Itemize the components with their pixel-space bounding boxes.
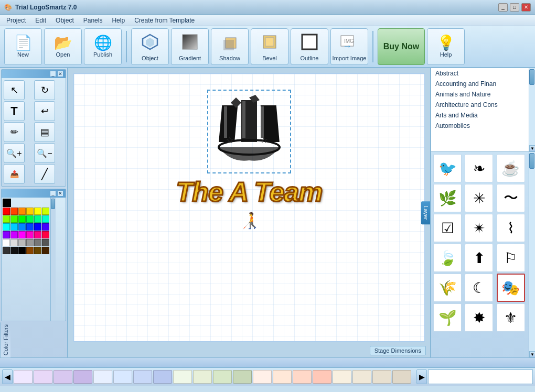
color-swatch[interactable] <box>34 239 41 246</box>
symbol-cell-16[interactable]: ✸ <box>465 303 493 332</box>
select-tool[interactable]: ↖ <box>4 80 25 100</box>
symbol-cell-12[interactable]: 🌾 <box>433 274 462 302</box>
import-image-button[interactable]: →IMG Import Image <box>330 28 368 65</box>
symbol-scrollbar[interactable]: ▼ <box>529 152 535 357</box>
help-button[interactable]: 💡 Help <box>427 28 465 65</box>
category-item-2[interactable]: Animals and Nature <box>431 89 535 100</box>
color-swatch[interactable] <box>3 208 10 215</box>
color-swatch[interactable] <box>26 208 34 215</box>
publish-button[interactable]: 🌐 Publish <box>84 28 122 65</box>
tools-panel-close[interactable]: ✕ <box>57 71 63 77</box>
color-swatch[interactable] <box>10 231 18 238</box>
line-tool[interactable]: ╱ <box>34 164 55 184</box>
bottom-palette-swatch[interactable] <box>173 370 192 384</box>
bottom-palette-swatch[interactable] <box>233 370 252 384</box>
color-swatch[interactable] <box>18 231 26 238</box>
draw-tool[interactable]: ✏ <box>4 122 25 142</box>
logo-main-text[interactable]: The A Team <box>176 176 323 208</box>
bottom-palette-swatch[interactable] <box>293 370 312 384</box>
color-swatch[interactable] <box>34 223 41 231</box>
category-item-4[interactable]: Arts and Media <box>431 110 535 121</box>
symbol-cell-15[interactable]: 🌱 <box>433 303 462 332</box>
object-button[interactable]: Object <box>131 28 169 65</box>
palette-right-arrow[interactable]: ▶ <box>416 369 427 384</box>
color-swatch[interactable] <box>3 239 10 246</box>
symbol-cell-4[interactable]: ✳ <box>465 184 493 212</box>
color-swatch[interactable] <box>10 208 18 215</box>
color-swatch[interactable] <box>42 239 49 246</box>
category-scrollbar[interactable]: ▼ <box>529 68 535 151</box>
undo-tool[interactable]: ↩ <box>34 101 55 121</box>
maximize-button[interactable]: □ <box>510 3 519 12</box>
zoom-out-tool[interactable]: 🔍− <box>34 143 55 163</box>
color-swatch[interactable] <box>26 239 34 246</box>
bottom-palette-swatch[interactable] <box>352 370 371 384</box>
bevel-button[interactable]: Bevel <box>251 28 288 65</box>
color-swatch[interactable] <box>34 215 41 223</box>
color-swatch[interactable] <box>18 239 26 246</box>
symbol-cell-11[interactable]: ⚐ <box>497 244 525 272</box>
outline-button[interactable]: Outline <box>291 28 328 65</box>
color-swatch[interactable] <box>18 247 26 254</box>
color-scrollbar[interactable] <box>50 198 56 321</box>
symbol-cell-1[interactable]: ❧ <box>465 154 493 182</box>
color-swatch[interactable] <box>42 247 49 254</box>
color-swatch[interactable] <box>10 215 18 223</box>
color-swatch[interactable] <box>42 215 49 223</box>
category-item-5[interactable]: Automobiles <box>431 121 535 131</box>
gradient-button[interactable]: Gradient <box>171 28 209 65</box>
menu-create-template[interactable]: Create from Template <box>130 16 199 25</box>
color-swatch[interactable] <box>10 239 18 246</box>
symbol-cell-9[interactable]: 🍃 <box>433 244 462 272</box>
text-tool[interactable]: T <box>4 101 25 121</box>
bottom-palette-swatch[interactable] <box>253 370 272 384</box>
menu-object[interactable]: Object <box>51 16 78 25</box>
category-item-3[interactable]: Architecture and Cons <box>431 100 535 110</box>
bottom-palette-swatch[interactable] <box>193 370 212 384</box>
bottom-palette-swatch[interactable] <box>313 370 331 384</box>
color-swatch[interactable] <box>26 223 34 231</box>
symbol-cell-8[interactable]: ⌇ <box>497 214 525 242</box>
color-swatch[interactable] <box>42 231 49 238</box>
shadow-button[interactable]: Shadow <box>211 28 249 65</box>
color-x-swatch[interactable]: ✕ <box>3 199 11 207</box>
bottom-palette-swatch[interactable] <box>113 370 132 384</box>
color-swatch[interactable] <box>42 208 49 215</box>
bottom-palette-swatch[interactable] <box>133 370 152 384</box>
layers-tool[interactable]: ▤ <box>34 122 55 142</box>
color-panel-minimize[interactable]: _ <box>50 190 56 197</box>
menu-project[interactable]: Project <box>2 16 30 25</box>
minimize-button[interactable]: _ <box>498 3 508 12</box>
color-swatch[interactable] <box>34 231 41 238</box>
bottom-palette-swatch[interactable] <box>213 370 232 384</box>
color-swatch[interactable] <box>3 247 10 254</box>
category-item-0[interactable]: Abstract <box>431 68 535 79</box>
cat-scroll-down[interactable]: ▼ <box>529 145 535 151</box>
color-swatch[interactable] <box>18 215 26 223</box>
export-tool[interactable]: 📤 <box>4 164 25 184</box>
symbol-cell-10[interactable]: ⬆ <box>465 244 493 272</box>
bottom-palette-swatch[interactable] <box>392 370 411 384</box>
color-swatch[interactable] <box>10 247 18 254</box>
color-swatch[interactable] <box>26 247 34 254</box>
category-item-1[interactable]: Accounting and Finan <box>431 79 535 89</box>
new-button[interactable]: 📄 New <box>4 28 42 65</box>
close-button[interactable]: ✕ <box>521 3 531 12</box>
zoom-in-tool[interactable]: 🔍+ <box>4 143 25 163</box>
color-swatch[interactable] <box>34 247 41 254</box>
symbol-cell-5[interactable]: 〜 <box>497 184 525 212</box>
symbol-cell-2[interactable]: ☕ <box>497 154 525 182</box>
menu-panels[interactable]: Panels <box>79 16 107 25</box>
color-swatch[interactable] <box>3 215 10 223</box>
palette-left-arrow[interactable]: ◀ <box>2 369 13 384</box>
bottom-palette-swatch[interactable] <box>372 370 391 384</box>
bottom-palette-swatch[interactable] <box>34 370 52 384</box>
tools-panel-minimize[interactable]: _ <box>50 71 56 77</box>
symbol-cell-14[interactable]: 🎭 <box>497 274 525 302</box>
color-swatch[interactable] <box>42 223 49 231</box>
bottom-palette-swatch[interactable] <box>93 370 112 384</box>
symbol-cell-13[interactable]: ☾ <box>465 274 493 302</box>
buy-now-button[interactable]: Buy Now <box>378 28 425 65</box>
color-swatch[interactable] <box>10 223 18 231</box>
bottom-palette-swatch[interactable] <box>273 370 292 384</box>
